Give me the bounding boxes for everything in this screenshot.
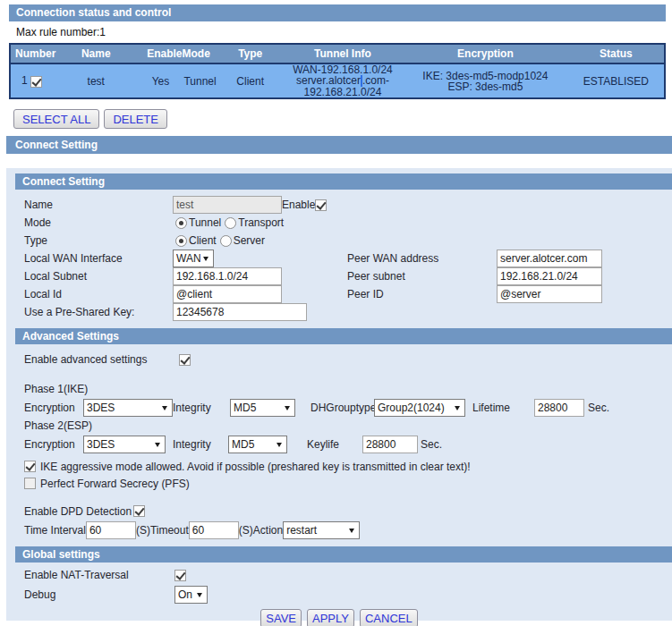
cell-encryption: IKE: 3des-md5-modp1024 ESP: 3des-md5 bbox=[403, 63, 568, 98]
dpd-checkbox[interactable] bbox=[133, 505, 145, 517]
local-id-field[interactable] bbox=[173, 285, 282, 303]
footer-buttons: SAVE APPLY CANCEL bbox=[6, 609, 672, 626]
nat-label: Enable NAT-Traversal bbox=[24, 569, 174, 581]
psk-label: Use a Pre-Shared Key: bbox=[24, 306, 173, 318]
select-all-button[interactable]: SELECT ALL bbox=[13, 109, 99, 129]
mode-transport-radio[interactable] bbox=[225, 217, 236, 229]
mode-tunnel-label: Tunnel bbox=[189, 216, 221, 229]
timeout-label: (S)Timeout bbox=[136, 524, 189, 537]
row-name: Name Enable bbox=[6, 196, 672, 214]
row-subnet: Local Subnet Peer subnet bbox=[6, 267, 672, 285]
col-header-type: Type bbox=[218, 44, 283, 63]
mode-label: Mode bbox=[24, 216, 173, 229]
col-header-tunnel-info: Tunnel Info bbox=[283, 44, 403, 63]
nat-checkbox[interactable] bbox=[174, 570, 186, 581]
debug-label: Debug bbox=[24, 588, 174, 601]
rules-table-header-row: Number Name EnableMode Type Tunnel Info … bbox=[10, 44, 665, 63]
time-interval-field[interactable] bbox=[86, 521, 136, 539]
section-title-connect-setting: Connect Setting bbox=[15, 173, 672, 190]
row-aggressive: IKE aggressive mode allowed. Avoid if po… bbox=[6, 460, 672, 473]
keylife-field[interactable] bbox=[362, 436, 418, 453]
enable-advanced-checkbox[interactable] bbox=[179, 354, 191, 366]
rule-select-checkbox[interactable] bbox=[30, 76, 42, 88]
enable-advanced-label: Enable advanced settings bbox=[24, 353, 179, 366]
name-label: Name bbox=[24, 199, 173, 211]
row-nat: Enable NAT-Traversal bbox=[6, 568, 672, 582]
row-id: Local Id Peer ID bbox=[6, 285, 672, 303]
apply-button[interactable]: APPLY bbox=[307, 609, 354, 626]
action-select[interactable]: restart bbox=[283, 521, 360, 539]
cell-number: 1 bbox=[10, 63, 53, 98]
cancel-button[interactable]: CANCEL bbox=[360, 609, 418, 626]
peer-subnet-field[interactable] bbox=[497, 267, 602, 285]
tunnel-info-line2a: server.alotcer bbox=[296, 74, 361, 87]
p1-integrity-label: Integrity bbox=[173, 402, 230, 414]
dhgrouptype-select[interactable]: Group2(1024) bbox=[374, 399, 465, 417]
row-debug: Debug On bbox=[6, 586, 672, 604]
col-header-number: Number bbox=[10, 44, 53, 63]
pfs-checkbox[interactable] bbox=[24, 478, 36, 489]
type-label: Type bbox=[24, 234, 173, 247]
p2-integrity-label: Integrity bbox=[173, 438, 228, 451]
peer-wan-address-field[interactable] bbox=[497, 250, 602, 267]
lifetime-label: Lifetime bbox=[472, 402, 534, 414]
peer-id-field[interactable] bbox=[497, 285, 602, 303]
p1-integrity-select[interactable]: MD5 bbox=[230, 399, 295, 417]
local-wan-interface-select[interactable]: WAN bbox=[173, 250, 214, 267]
local-subnet-label: Local Subnet bbox=[24, 270, 173, 283]
aggressive-label: IKE aggressive mode allowed. Avoid if po… bbox=[40, 461, 471, 473]
section-title-global-settings: Global settings bbox=[15, 546, 672, 563]
rules-table: Number Name EnableMode Type Tunnel Info … bbox=[9, 43, 666, 99]
row-psk: Use a Pre-Shared Key: bbox=[6, 303, 672, 321]
lifetime-field[interactable] bbox=[534, 399, 584, 417]
row-mode: Mode Tunnel Transport bbox=[6, 214, 672, 232]
local-wan-interface-label: Local WAN Interface bbox=[24, 252, 173, 265]
p2-encryption-label: Encryption bbox=[24, 438, 83, 451]
section-title-connection-status: Connection status and control bbox=[9, 4, 666, 21]
settings-panel: Connect Setting Name Enable Mode Tunnel … bbox=[6, 168, 672, 621]
connect-setting-heading: Connect Setting bbox=[6, 136, 672, 154]
p2-encryption-select[interactable]: 3DES bbox=[83, 436, 166, 453]
p2-integrity-select[interactable]: MD5 bbox=[228, 436, 287, 453]
type-client-radio[interactable] bbox=[175, 235, 187, 247]
p1-encryption-select[interactable]: 3DES bbox=[83, 399, 173, 417]
type-server-radio[interactable] bbox=[220, 235, 232, 247]
p2-sec-label: Sec. bbox=[421, 438, 442, 451]
encryption-line1: IKE: 3des-md5-modp1024 bbox=[403, 71, 568, 81]
cell-type: Client bbox=[218, 63, 283, 98]
row-phase2: Encryption 3DES Integrity MD5 Keylife Se… bbox=[6, 435, 672, 453]
name-field[interactable] bbox=[173, 196, 282, 214]
connection-status-section: Connection status and control Max rule n… bbox=[9, 4, 666, 129]
keylife-label: Keylife bbox=[307, 438, 362, 451]
enable-checkbox[interactable] bbox=[315, 199, 327, 211]
col-header-encryption: Encryption bbox=[403, 44, 568, 63]
row-phase1: Encryption 3DES Integrity MD5 DHGrouptyp… bbox=[6, 398, 672, 417]
phase2-label: Phase 2(ESP) bbox=[6, 420, 672, 432]
section-title-advanced-settings: Advanced Settings bbox=[15, 328, 672, 344]
time-interval-label: Time Interval bbox=[24, 524, 86, 537]
timeout-field[interactable] bbox=[189, 521, 239, 539]
row-time-interval: Time Interval (S)Timeout (S)Action resta… bbox=[6, 520, 672, 539]
cell-enable: Yes bbox=[139, 63, 182, 98]
debug-select[interactable]: On bbox=[174, 586, 208, 604]
dpd-label: Enable DPD Detection bbox=[24, 505, 132, 518]
peer-wan-address-label: Peer WAN address bbox=[347, 252, 497, 265]
phase1-label: Phase 1(IKE) bbox=[6, 384, 672, 395]
pfs-label: Perfect Forward Secrecy (PFS) bbox=[40, 478, 190, 490]
tunnel-info-line2b: .com- bbox=[362, 74, 389, 87]
mode-transport-label: Transport bbox=[238, 216, 284, 229]
mode-tunnel-radio[interactable] bbox=[175, 217, 187, 229]
peer-subnet-label: Peer subnet bbox=[347, 270, 497, 283]
aggressive-checkbox[interactable] bbox=[24, 461, 36, 472]
local-subnet-field[interactable] bbox=[173, 267, 282, 285]
peer-id-label: Peer ID bbox=[347, 288, 497, 300]
cell-tunnel-info: WAN-192.168.1.0/24 server.alotcer.com- 1… bbox=[283, 63, 403, 98]
rule-number: 1 bbox=[21, 74, 28, 87]
delete-button[interactable]: DELETE bbox=[104, 109, 167, 129]
save-button[interactable]: SAVE bbox=[260, 609, 302, 626]
row-enable-advanced: Enable advanced settings bbox=[6, 353, 672, 366]
row-wan: Local WAN Interface WAN Peer WAN address bbox=[6, 250, 672, 267]
enable-label: Enable bbox=[282, 199, 315, 211]
psk-field[interactable] bbox=[173, 303, 307, 321]
row-type: Type Client Server bbox=[6, 232, 672, 250]
